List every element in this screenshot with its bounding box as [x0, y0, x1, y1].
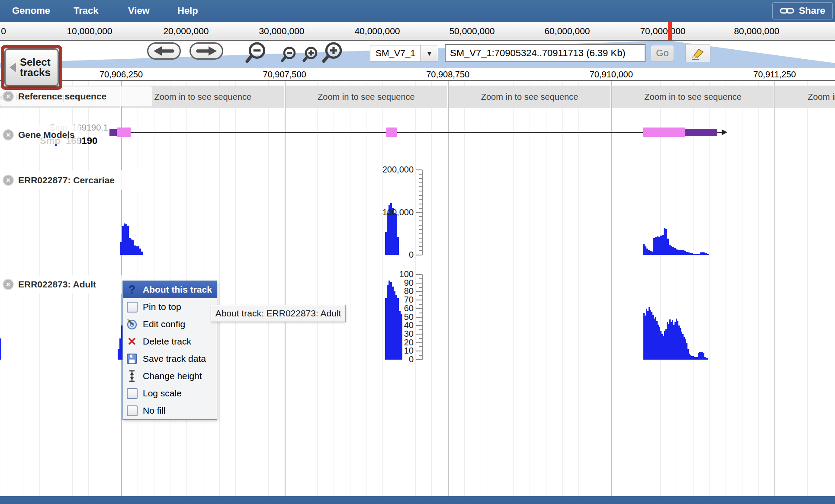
menu-item-label: Change height — [143, 371, 202, 381]
y-axis-tick — [419, 229, 422, 230]
y-axis-tick — [416, 308, 422, 309]
overview-tick: 40,000,000 — [354, 26, 400, 36]
track-label-gene-models[interactable]: ✕ Gene Models — [0, 125, 80, 144]
overview-tick: 10,000,000 — [67, 26, 112, 36]
sequence-block[interactable]: Zoom in to see sequence — [449, 86, 610, 108]
close-track-icon[interactable]: ✕ — [3, 279, 14, 290]
pan-right-button[interactable] — [189, 42, 223, 60]
sequence-block[interactable]: Zoom in to see sequence — [612, 86, 774, 108]
menu-item-label: Log scale — [143, 388, 182, 399]
y-axis-tick — [416, 317, 422, 318]
zoom-in-large-button[interactable] — [321, 41, 346, 67]
gene-utr[interactable] — [685, 129, 717, 136]
menu-item-edit-config[interactable]: Edit config — [123, 316, 217, 333]
y-axis-tick — [419, 195, 422, 196]
menu-track[interactable]: Track — [74, 0, 99, 22]
detail-ruler-tick: 70,910,000 — [590, 70, 633, 80]
gene-exon[interactable] — [117, 128, 131, 137]
gridline-minor — [481, 81, 481, 496]
detail-ruler[interactable]: 70,906,25070,907,50070,908,75070,910,000… — [0, 68, 835, 81]
y-axis-tick — [419, 242, 422, 242]
gridline-minor — [513, 81, 514, 496]
arrow-right-icon — [193, 45, 220, 57]
change-height-icon — [127, 370, 137, 383]
y-axis-tick — [416, 212, 422, 213]
menu-bar: GenomeTrackViewHelp Share — [0, 0, 835, 22]
zoom-in-small-button[interactable] — [302, 46, 320, 65]
gridline-minor — [219, 81, 220, 496]
close-track-icon[interactable]: ✕ — [3, 91, 14, 102]
y-axis-tick — [419, 220, 422, 221]
jbrowse-app: GenomeTrackViewHelp Share 010,000,00020,… — [0, 0, 835, 504]
close-track-icon[interactable]: ✕ — [3, 175, 14, 186]
y-axis-tick — [416, 169, 422, 170]
menu-item-save-track-data[interactable]: Save track data — [123, 350, 217, 367]
gridline-minor — [693, 81, 694, 496]
menu-item-log-scale[interactable]: Log scale — [123, 385, 217, 402]
menu-view[interactable]: View — [128, 0, 150, 22]
link-icon — [780, 7, 794, 15]
coverage-bar — [0, 338, 1, 360]
go-button[interactable]: Go — [651, 45, 674, 61]
gridline-major — [611, 81, 612, 496]
gridline-minor — [791, 81, 791, 496]
y-axis-label: 0 — [374, 354, 414, 364]
checkbox-icon[interactable] — [127, 388, 138, 399]
y-axis-tick — [419, 199, 422, 200]
y-axis-tick — [419, 238, 422, 239]
pan-left-button[interactable] — [147, 42, 181, 60]
gridline-minor — [366, 81, 366, 496]
menu-item-pin-to-top[interactable]: Pin to top — [123, 298, 217, 316]
refseq-select[interactable]: SM_V7_1 ▼ — [370, 45, 438, 61]
triangle-left-icon — [10, 63, 16, 72]
overview-ruler[interactable]: 010,000,00020,000,00030,000,00040,000,00… — [0, 22, 835, 41]
gridline-minor — [824, 81, 824, 496]
sequence-block[interactable]: Zoom in to see sequence — [286, 86, 447, 108]
coverage-bar — [707, 254, 709, 255]
gridline-minor — [235, 81, 236, 496]
checkbox-icon[interactable] — [127, 405, 138, 416]
overview-tick: 70,000,000 — [640, 26, 685, 36]
highlight-button[interactable] — [685, 44, 710, 62]
y-axis-tick — [416, 359, 422, 360]
menu-item-change-height[interactable]: Change height — [123, 367, 217, 385]
detail-ruler-tick: 70,906,250 — [100, 70, 143, 80]
y-axis-tick — [416, 291, 422, 292]
gridline-minor — [415, 81, 416, 496]
y-axis-label: 0 — [374, 250, 414, 260]
y-axis-tick — [416, 351, 422, 351]
gridline-minor — [807, 81, 808, 496]
track-label-adult[interactable]: ✕ ERR022873: Adult — [0, 275, 126, 294]
y-axis-tick — [419, 321, 422, 322]
gridline-minor — [268, 81, 269, 496]
menu-help[interactable]: Help — [177, 0, 198, 22]
zoom-out-large-button[interactable] — [244, 41, 270, 67]
menu-item-label: About this track — [143, 284, 212, 295]
zoom-out-small-button[interactable] — [280, 46, 299, 65]
gridline-minor — [464, 81, 465, 496]
menu-genome[interactable]: Genome — [12, 0, 50, 22]
y-axis-tick — [419, 346, 422, 347]
close-track-icon[interactable]: ✕ — [3, 129, 14, 140]
gridline-minor — [350, 81, 350, 496]
checkbox-icon[interactable] — [127, 302, 138, 313]
y-axis-tick — [419, 216, 422, 217]
track-label-cercariae[interactable]: ✕ ERR022877: Cercariae — [0, 170, 152, 190]
menu-item-no-fill[interactable]: No fill — [123, 402, 217, 419]
gene-exon[interactable] — [643, 128, 685, 137]
gridline-minor — [595, 81, 595, 496]
menu-item-label: Delete track — [143, 336, 191, 347]
y-axis-tick — [416, 255, 422, 255]
menu-item-about-this-track[interactable]: ?About this track — [123, 281, 217, 298]
select-tracks-button[interactable]: Select tracks — [4, 48, 59, 86]
sequence-block[interactable]: Zoom in to see sequence — [775, 86, 835, 108]
gene-exon[interactable] — [386, 128, 397, 137]
chevron-down-icon[interactable]: ▼ — [421, 45, 438, 61]
y-axis-tick — [419, 338, 422, 339]
location-input[interactable] — [445, 44, 646, 62]
menu-item-delete-track[interactable]: ✕Delete track — [123, 333, 217, 350]
gridline-minor — [677, 81, 677, 496]
y-axis-line — [422, 170, 423, 255]
share-button[interactable]: Share — [772, 2, 833, 19]
y-axis-tick — [419, 329, 422, 330]
